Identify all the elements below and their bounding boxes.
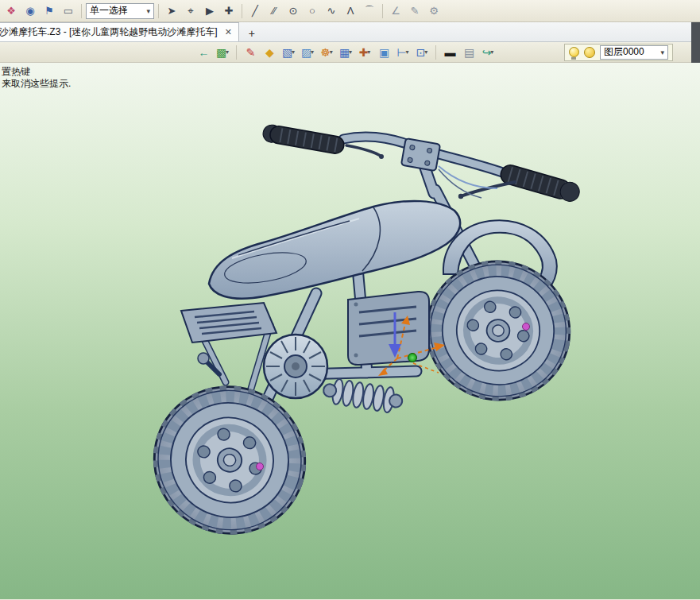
ribbon-group-3: ▬▤↪▾ [441,44,497,61]
select-arrow-icon[interactable]: ➤ [163,2,180,20]
front-wheel [414,248,582,413]
brake-lever-left [346,145,381,157]
spline-tool-icon[interactable]: ∿ [323,2,340,20]
toolbar-separator [242,4,242,18]
selection-mode-value: 单一选择 [90,4,128,17]
pencil-tool-icon[interactable]: ✎ [406,2,423,20]
chevron-down-icon: ▾ [146,7,150,15]
close-icon[interactable]: ✕ [225,27,232,37]
document-tab-title: 沙滩摩托车.Z3 - [迷你儿童两轮越野电动沙滩摩托车] [0,25,218,39]
document-tab-bar: 沙滩摩托车.Z3 - [迷你儿童两轮越野电动沙滩摩托车] ✕ + [0,22,700,42]
rear-rack [181,303,277,343]
flag-icon[interactable]: ⚑ [41,2,58,20]
parallel-tool-icon[interactable]: ∕∕ [265,2,283,20]
layer-combo[interactable]: 图层0000 ▾ [600,45,668,60]
orient-arrow-icon[interactable]: ↪▾ [479,44,497,61]
new-tab-button[interactable]: + [244,25,260,41]
ruler-icon[interactable]: ⊢▾ [394,44,412,61]
left-grip [261,123,345,155]
circle-center-tool-icon[interactable]: ⊙ [284,2,302,20]
motor [264,335,327,398]
ribbon-group-1: ←▩▾ [195,44,231,61]
arc-tool-icon[interactable]: ⌒ [361,2,378,20]
polyline-tool-icon[interactable]: Λ [342,2,359,20]
hint-line-2: 来取消这些提示. [2,78,71,90]
3d-viewport[interactable]: 置热键 来取消这些提示. [0,63,700,599]
layer-control-group: 图层0000 ▾ [564,44,673,61]
play-icon[interactable]: ▶ [201,2,219,20]
panel-icon[interactable]: ▤ [460,44,478,61]
texture-view-icon[interactable]: ▦▾ [337,44,354,61]
top-toolbar: ❖◉⚑▭ 单一选择 ▾ ➤⌖▶✚ ╱∕∕⊙○∿Λ⌒ ∠✎⚙ [0,0,700,22]
engine-box [348,292,429,365]
motorcycle-model [135,123,582,552]
toolbar-separator [435,45,436,60]
toolbar-extra-group: ∠✎⚙ [387,2,443,20]
ribbon-group-2: ✎◆▧▾▨▾☸▾▦▾✚▾▣⊢▾⊡▾ [242,44,431,61]
layer-color-icon[interactable] [584,47,595,58]
frame-icon[interactable]: ▭ [60,2,77,20]
toolbar-separator [158,4,159,18]
marker-icon[interactable]: ✎ [242,44,259,61]
toolbar-left-group: ❖◉⚑▭ [2,2,77,20]
bulb-icon[interactable] [569,47,579,57]
window-edge-strip [691,22,700,63]
pick-target-icon[interactable]: ◉ [21,2,39,20]
toolbar-separator [236,45,237,60]
zoom-icon[interactable]: ⌖ [182,2,199,20]
line-tool-icon[interactable]: ╱ [246,2,264,20]
brake-cable-2 [439,169,481,198]
toolbar-draw-group: ╱∕∕⊙○∿Λ⌒ [246,2,378,20]
gold-part-icon[interactable]: ◆ [261,44,278,61]
shaded-view-icon[interactable]: ▧▾ [280,44,297,61]
layer-value: 图层0000 [604,45,644,59]
hint-line-1: 置热键 [2,66,71,78]
seat-body [209,201,460,299]
toolbar-nav-group: ➤⌖▶✚ [163,2,238,20]
datum-point-green [408,354,417,362]
steering-clamp [401,138,440,171]
chevron-down-icon: ▾ [660,48,664,56]
move-view-icon[interactable]: ✚▾ [356,44,373,61]
model-canvas[interactable] [0,63,700,599]
angle-tool-icon[interactable]: ∠ [387,2,404,20]
hint-text: 置热键 来取消这些提示. [2,66,71,90]
color-wheel-icon[interactable]: ☸▾ [318,44,335,61]
circle-tool-icon[interactable]: ○ [304,2,321,20]
gear-icon[interactable]: ⚙ [425,2,443,20]
monitor-icon[interactable]: ⊡▾ [413,44,431,61]
shock-spring [322,377,404,414]
document-tab-active[interactable]: 沙滩摩托车.Z3 - [迷你儿童两轮越野电动沙滩摩托车] ✕ [0,22,239,41]
app-icon[interactable]: ❖ [2,2,20,20]
pan-icon[interactable]: ✚ [220,2,238,20]
black-bar-icon[interactable]: ▬ [441,44,458,61]
view-back-icon[interactable]: ← [195,44,212,61]
wireframe-view-icon[interactable]: ▨▾ [299,44,316,61]
display-mode-icon[interactable]: ▩▾ [214,44,231,61]
section-view-icon[interactable]: ▣ [375,44,393,61]
selection-mode-combo[interactable]: 单一选择 ▾ [86,3,154,19]
toolbar-separator [382,4,383,18]
toolbar-separator [81,4,82,18]
handlebar [261,123,582,203]
view-toolbar: ←▩▾ ✎◆▧▾▨▾☸▾▦▾✚▾▣⊢▾⊡▾ ▬▤↪▾ 图层0000 ▾ [0,42,700,63]
